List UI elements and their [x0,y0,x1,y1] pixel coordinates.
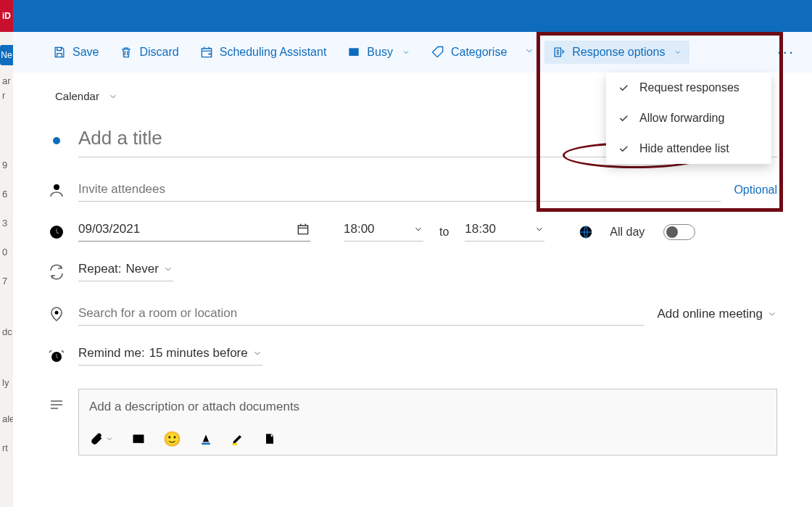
person-icon [48,181,65,199]
bg-fragment: ar [2,75,11,86]
chevron-down-icon [413,224,423,234]
add-online-meeting-dropdown[interactable]: Add online meeting [657,307,777,321]
chevron-down-icon [108,91,118,102]
chevron-down-icon [163,264,173,274]
busy-dropdown[interactable]: Busy [339,41,418,64]
response-options-menu: Request responses Allow forwarding Hide … [606,73,771,164]
chevron-down-icon [674,48,682,57]
attach-button[interactable] [89,432,114,446]
discard-button[interactable]: Discard [112,41,186,64]
menu-item-allow-forwarding[interactable]: Allow forwarding [606,103,771,133]
background-window-sliver: iD Ne ar r 9 6 3 0 7 dc ly ale rt [0,0,13,507]
menu-item-hide-attendee-list[interactable]: Hide attendee list [606,133,771,164]
calendar-crumb-label: Calendar [55,90,99,102]
tag-icon [431,45,445,59]
response-options-icon [552,45,566,59]
svg-point-1 [54,184,59,190]
check-icon [618,143,629,154]
event-bullet [48,137,65,144]
date-input[interactable] [78,222,290,236]
menu-item-label: Request responses [639,81,740,94]
busy-label: Busy [367,46,393,59]
bg-fragment: dc [2,326,12,337]
description-icon [48,396,65,413]
chevron-down-icon [524,46,534,56]
event-toolbar: Save Discard Scheduling Assistant Busy C… [13,32,812,73]
image-icon[interactable] [131,432,146,446]
check-icon [618,82,629,94]
svg-point-4 [55,310,59,314]
reminder-icon [48,347,65,365]
font-color-icon[interactable] [199,432,213,446]
bg-fragment: ly [2,377,9,388]
response-options-label: Response options [572,46,665,59]
reminder-dropdown[interactable]: Remind me: 15 minutes before [78,346,262,366]
calendar-icon[interactable] [296,222,310,236]
attendees-input[interactable] [78,178,721,202]
chevron-down-icon [105,434,114,443]
all-day-label: All day [610,226,645,239]
end-time-field[interactable]: 18:30 [465,222,544,242]
scheduling-assistant-button[interactable]: Scheduling Assistant [192,41,334,64]
online-meeting-label: Add online meeting [657,307,763,321]
busy-icon [347,45,361,59]
to-label: to [436,226,452,239]
more-actions-button[interactable]: ··· [771,43,800,62]
response-options-dropdown[interactable]: Response options [544,41,689,64]
start-time-value: 18:00 [344,222,407,236]
menu-item-label: Hide attendee list [639,142,729,155]
description-box: Add a description or attach documents 🙂 [78,389,777,456]
trash-icon [119,45,133,59]
bg-app-badge: iD [0,0,13,32]
date-field[interactable] [78,222,310,242]
save-icon [52,45,67,59]
description-toolbar: 🙂 [79,424,776,455]
calendar-check-icon [199,45,214,59]
categorise-dropdown[interactable]: Categorise [423,41,514,64]
chevron-down-icon [767,309,777,319]
optional-link[interactable]: Optional [734,184,777,197]
bg-fragment: 0 [2,247,7,257]
categorise-label: Categorise [451,46,507,59]
save-label: Save [72,46,99,59]
chevron-down-icon [252,348,262,358]
all-day-toggle[interactable] [663,224,695,240]
save-button[interactable]: Save [45,41,106,64]
bg-fragment: 3 [2,218,7,228]
bg-fragment: 7 [2,276,7,287]
bg-fragment: rt [2,442,8,453]
svg-point-7 [136,437,138,439]
emoji-icon[interactable]: 🙂 [163,430,181,448]
paperclip-icon [89,432,104,446]
menu-item-label: Allow forwarding [639,112,724,125]
reminder-label: Remind me: [78,346,145,360]
timezone-icon[interactable] [578,224,594,240]
chevron-down-icon [534,224,544,234]
repeat-label: Repeat: [78,262,122,276]
location-icon [48,305,65,323]
title-bar [13,0,812,32]
insert-icon[interactable] [262,432,277,446]
highlight-icon[interactable] [231,432,245,446]
repeat-value: Never [126,262,159,276]
end-time-value: 18:30 [465,222,529,236]
clock-icon [48,223,65,241]
check-icon [618,112,629,124]
svg-rect-0 [349,49,359,56]
bg-fragment: 9 [2,160,7,170]
discard-label: Discard [139,46,178,59]
location-input[interactable] [78,302,644,326]
bg-fragment: 6 [2,189,7,199]
description-input[interactable]: Add a description or attach documents [79,389,776,424]
chevron-down-icon [402,48,410,57]
bg-new-button-fragment: Ne [0,45,13,65]
categorise-chevron[interactable] [520,41,539,63]
bg-fragment: ale [2,413,13,424]
repeat-icon [48,263,65,281]
repeat-dropdown[interactable]: Repeat: Never [78,262,173,281]
menu-item-request-responses[interactable]: Request responses [606,73,771,103]
reminder-value: 15 minutes before [149,346,248,360]
bg-fragment: r [2,90,5,101]
scheduling-label: Scheduling Assistant [220,46,327,59]
start-time-field[interactable]: 18:00 [344,222,423,242]
